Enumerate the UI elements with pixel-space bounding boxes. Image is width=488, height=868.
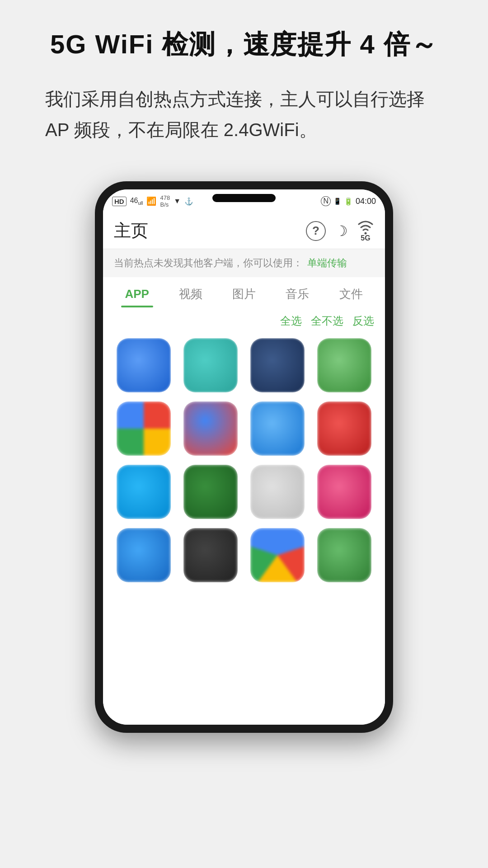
battery-icon: 🔋 xyxy=(344,197,353,206)
time-display: 04:00 xyxy=(356,197,376,206)
app-topbar: 主页 ? ☽ 5G xyxy=(103,213,385,249)
app-row-1 xyxy=(110,338,378,392)
phone-screen: HD 46ull 📶 478B/s ▼ ⚓ N 📱 🔋 04:00 主页 xyxy=(103,189,385,725)
tab-bar: APP 视频 图片 音乐 文件 xyxy=(103,277,385,308)
list-item[interactable] xyxy=(317,338,371,392)
list-item[interactable] xyxy=(183,465,238,519)
list-item[interactable] xyxy=(117,528,171,582)
list-item[interactable] xyxy=(317,401,371,456)
signal-strength: 46ull xyxy=(130,197,143,206)
app-row-2 xyxy=(110,401,378,456)
list-item[interactable] xyxy=(317,528,371,582)
tab-file[interactable]: 文件 xyxy=(324,277,378,308)
main-title: 5G WiFi 检测，速度提升 4 倍～ xyxy=(36,27,452,61)
list-item[interactable] xyxy=(183,528,238,582)
app-grid xyxy=(103,334,385,725)
phone-mockup: HD 46ull 📶 478B/s ▼ ⚓ N 📱 🔋 04:00 主页 xyxy=(95,181,393,733)
list-item[interactable] xyxy=(183,338,238,392)
list-item[interactable] xyxy=(117,401,171,456)
hd-badge: HD xyxy=(112,197,127,206)
wifi-5g-icon[interactable]: 5G xyxy=(357,220,374,242)
tab-music[interactable]: 音乐 xyxy=(271,277,324,308)
tab-video[interactable]: 视频 xyxy=(164,277,217,308)
tab-app[interactable]: APP xyxy=(110,278,164,307)
phone-speaker xyxy=(212,194,276,202)
list-item[interactable] xyxy=(250,465,305,519)
notice-bar: 当前热点未发现其他客户端，你可以使用： 单端传输 xyxy=(103,249,385,277)
help-icon[interactable]: ? xyxy=(306,221,326,241)
app-row-4 xyxy=(110,528,378,582)
usb-icon: ⚓ xyxy=(184,197,193,206)
wifi-icon: 📶 xyxy=(146,196,156,206)
select-all-btn[interactable]: 全选 xyxy=(280,314,302,328)
list-item[interactable] xyxy=(317,465,371,519)
status-right: N 📱 🔋 04:00 xyxy=(321,196,376,206)
list-item[interactable] xyxy=(117,465,171,519)
list-item[interactable] xyxy=(183,401,238,456)
list-item[interactable] xyxy=(117,338,171,392)
select-bar: 全选 全不选 反选 xyxy=(103,308,385,334)
header-section: 5G WiFi 检测，速度提升 4 倍～ 我们采用自创热点方式连接，主人可以自行… xyxy=(0,0,488,159)
nfc-icon: N xyxy=(321,196,331,206)
invert-select-btn[interactable]: 反选 xyxy=(352,314,374,328)
app-row-3 xyxy=(110,465,378,519)
topbar-icons: ? ☽ 5G xyxy=(306,220,374,242)
phone-shell: HD 46ull 📶 478B/s ▼ ⚓ N 📱 🔋 04:00 主页 xyxy=(95,181,393,733)
list-item[interactable] xyxy=(250,528,305,582)
notice-link[interactable]: 单端传输 xyxy=(307,256,347,270)
app-home-title: 主页 xyxy=(114,219,148,242)
speed-indicator: 478B/s xyxy=(160,194,170,208)
status-left: HD 46ull 📶 478B/s ▼ ⚓ xyxy=(112,194,193,208)
notice-text: 当前热点未发现其他客户端，你可以使用： xyxy=(114,256,303,270)
deselect-all-btn[interactable]: 全不选 xyxy=(311,314,343,328)
sub-description: 我们采用自创热点方式连接，主人可以自行选择 AP 频段，不在局限在 2.4GWi… xyxy=(36,84,452,145)
moon-icon[interactable]: ☽ xyxy=(335,222,348,240)
phone-signal-icon: 📱 xyxy=(333,198,341,205)
tab-photo[interactable]: 图片 xyxy=(217,277,271,308)
list-item[interactable] xyxy=(250,401,305,456)
nav-icon: ▼ xyxy=(174,197,181,205)
list-item[interactable] xyxy=(250,338,305,392)
